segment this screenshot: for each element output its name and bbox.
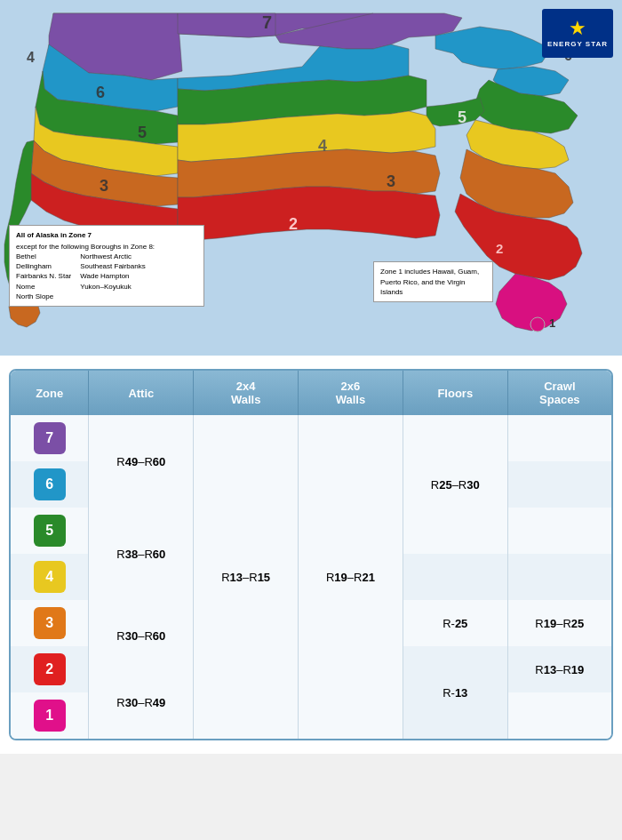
map-zone4-label: 4 <box>318 137 327 155</box>
hawaii-note: Zone 1 includes Hawaii, Guam, Puerto Ric… <box>373 261 493 302</box>
insulation-table: Zone Attic 2x4Walls 2x6Walls Floors Craw… <box>9 369 613 740</box>
map-zone7-label: 7 <box>262 12 272 32</box>
crawl-cell-3: R19–R25 <box>508 600 611 646</box>
floors-cell-3: R-25 <box>403 600 508 646</box>
table-row: 7 R49–R60 R13–R15 R19–R21 R25–R30 <box>11 415 611 461</box>
walls-2x6-merged: R19–R21 <box>299 415 403 739</box>
map-zone2c-label: 2 <box>289 215 298 233</box>
map-zone3w-label: 3 <box>100 177 108 195</box>
r-value-attic-5: R38–R60 <box>116 548 165 561</box>
attic-cell-7-6: R49–R60 <box>89 415 194 508</box>
alaska-note: All of Alaska in Zone 7 except for the f… <box>9 225 204 307</box>
zone-cell: 3 <box>11 600 89 646</box>
zone-badge-3: 3 <box>34 607 66 639</box>
alaska-note-cols: Bethel Dellingham Fairbanks N. Star Nome… <box>16 252 197 301</box>
zone1-dot <box>530 317 545 332</box>
crawl-cell-2: R13–R19 <box>508 646 611 692</box>
crawl-cell-6 <box>508 461 611 508</box>
col-header-walls-2x4: 2x4Walls <box>194 371 299 415</box>
zone-cell: 1 <box>11 692 89 739</box>
floors-cell-4 <box>403 554 508 600</box>
zone-badge-1: 1 <box>34 700 66 732</box>
walls-2x4-merged: R13–R15 <box>194 415 299 739</box>
zone-badge-7: 7 <box>34 422 66 454</box>
zone-cell: 4 <box>11 554 89 600</box>
floors-cell-7-6-5: R25–R30 <box>403 415 508 554</box>
r-value-2x6: R19–R21 <box>326 571 375 584</box>
r-value-attic-3: R30–R60 <box>116 629 165 643</box>
map-zone1-label: 1 <box>549 316 555 330</box>
crawl-cell-1 <box>508 692 611 739</box>
zone-cell: 6 <box>11 461 89 508</box>
attic-cell-3-2-1: R30–R60 R30–R49 <box>89 600 194 739</box>
col-header-floors: Floors <box>403 371 508 415</box>
alaska-note-title: All of Alaska in Zone 7 <box>16 230 197 240</box>
zone-cell: 7 <box>11 415 89 461</box>
r-value-crawl-2: R13–R19 <box>535 663 584 676</box>
r-value-attic-2: R30–R49 <box>116 696 165 709</box>
alaska-note-col2: Northwest Arctic Southeast Fairbanks Wad… <box>80 252 145 301</box>
col-header-walls-2x6: 2x6Walls <box>299 371 403 415</box>
col-header-crawl: CrawlSpaces <box>508 371 611 415</box>
zone-badge-5: 5 <box>34 515 66 547</box>
energy-star-logo: ★ ENERGY STAR <box>542 9 613 58</box>
col-header-zone: Zone <box>11 371 89 415</box>
page-container: 7 6 6 5 5 4 4 3 3 2 2 1 ★ <box>0 0 622 754</box>
col-header-attic: Attic <box>89 371 194 415</box>
crawl-cell-5 <box>508 508 611 554</box>
table-header-row: Zone Attic 2x4Walls 2x6Walls Floors Craw… <box>11 371 611 415</box>
energy-star-icon: ★ <box>569 19 586 38</box>
map-zone6w-label: 6 <box>96 84 105 101</box>
zone-badge-6: 6 <box>34 468 66 500</box>
map-zone5w-label: 5 <box>138 124 147 141</box>
map-section: 7 6 6 5 5 4 4 3 3 2 2 1 ★ <box>0 0 622 356</box>
crawl-cell-7 <box>508 415 611 461</box>
r-value-floors-2: R-13 <box>443 686 467 700</box>
zone-badge-2: 2 <box>34 653 66 685</box>
map-zone3e-label: 3 <box>387 172 395 190</box>
zone-cell: 5 <box>11 508 89 554</box>
table-section: Zone Attic 2x4Walls 2x6Walls Floors Craw… <box>0 356 622 754</box>
r-value-attic-7: R49–R60 <box>116 455 165 468</box>
map-zone5e-label: 5 <box>458 108 466 126</box>
zone-cell: 2 <box>11 646 89 692</box>
r-value-floors-765: R25–R30 <box>431 478 480 492</box>
map-zone2r-label: 2 <box>496 241 503 256</box>
r-value-floors-3: R-25 <box>443 617 467 630</box>
alaska-note-col1: Bethel Dellingham Fairbanks N. Star Nome… <box>16 252 71 301</box>
r-value-2x4: R13–R15 <box>221 571 270 584</box>
crawl-cell-4 <box>508 554 611 600</box>
alaska-note-subtitle: except for the following Boroughs in Zon… <box>16 242 197 252</box>
energy-star-text: ENERGY STAR <box>547 40 608 48</box>
map-zone4w-label: 4 <box>27 50 35 65</box>
attic-cell-5-4: R38–R60 <box>89 508 194 600</box>
r-value-crawl-3: R19–R25 <box>535 617 584 630</box>
zone-badge-4: 4 <box>34 561 66 593</box>
hawaii-note-text: Zone 1 includes Hawaii, Guam, Puerto Ric… <box>380 267 486 297</box>
floors-cell-2-1: R-13 <box>403 646 508 739</box>
